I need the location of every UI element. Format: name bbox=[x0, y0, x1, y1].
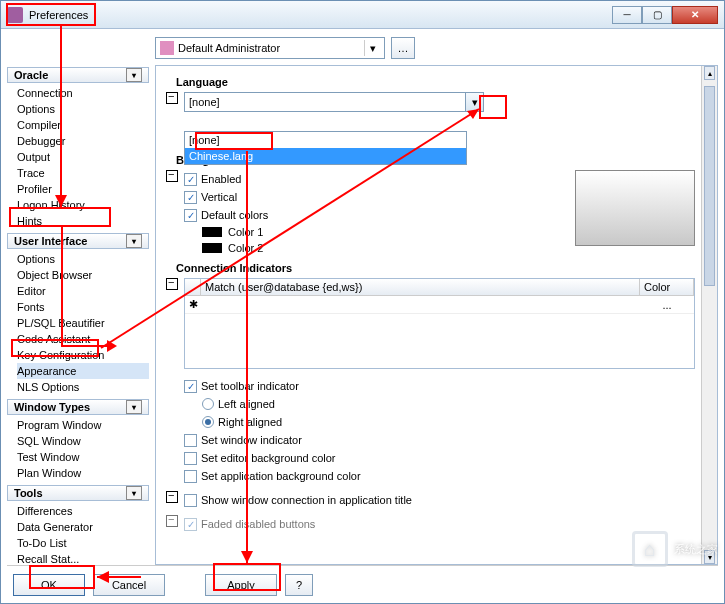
sidebar-header-ui[interactable]: User Interface ▾ bbox=[7, 233, 149, 249]
sidebar: Oracle ▾ Connection Options Compiler Deb… bbox=[7, 65, 149, 565]
language-selected: [none] bbox=[185, 96, 465, 108]
preferences-window: Preferences ─ ▢ ✕ Default Administrator … bbox=[0, 0, 725, 604]
gradient-preview bbox=[575, 170, 695, 246]
chevron-down-icon[interactable]: ▾ bbox=[465, 93, 483, 111]
sidebar-item-recall[interactable]: Recall Stat... bbox=[17, 551, 149, 565]
sidebar-item-connection[interactable]: Connection bbox=[17, 85, 149, 101]
connection-table[interactable]: Match (user@database {ed,ws}) Color ✱ ..… bbox=[184, 278, 695, 369]
sidebar-item-trace[interactable]: Trace bbox=[17, 165, 149, 181]
section-connind-header: Connection Indicators bbox=[176, 262, 695, 274]
column-match: Match (user@database {ed,ws}) bbox=[201, 279, 640, 295]
window-indicator-checkbox[interactable] bbox=[184, 434, 197, 447]
window-title: Preferences bbox=[29, 9, 612, 21]
admin-ellipsis-button[interactable]: … bbox=[391, 37, 415, 59]
sidebar-item-debugger[interactable]: Debugger bbox=[17, 133, 149, 149]
enabled-checkbox[interactable] bbox=[184, 173, 197, 186]
sidebar-item-ui-options[interactable]: Options bbox=[17, 251, 149, 267]
sidebar-item-data-generator[interactable]: Data Generator bbox=[17, 519, 149, 535]
close-button[interactable]: ✕ bbox=[672, 6, 718, 24]
chevron-down-icon[interactable]: ▾ bbox=[126, 68, 142, 82]
admin-selector[interactable]: Default Administrator ▾ bbox=[155, 37, 385, 59]
sidebar-item-profiler[interactable]: Profiler bbox=[17, 181, 149, 197]
section-language-header: Language bbox=[176, 76, 695, 88]
language-option-none[interactable]: [none] bbox=[185, 132, 466, 148]
color-cell-ellipsis[interactable]: ... bbox=[640, 299, 694, 311]
toolbar-indicator-checkbox[interactable] bbox=[184, 380, 197, 393]
left-aligned-radio[interactable] bbox=[202, 398, 214, 410]
app-bgcolor-checkbox[interactable] bbox=[184, 470, 197, 483]
sidebar-item-appearance[interactable]: Appearance bbox=[17, 363, 149, 379]
sidebar-item-code-assistant[interactable]: Code Assistant bbox=[17, 331, 149, 347]
vertical-checkbox[interactable] bbox=[184, 191, 197, 204]
editor-bgcolor-checkbox[interactable] bbox=[184, 452, 197, 465]
sidebar-item-options[interactable]: Options bbox=[17, 101, 149, 117]
sidebar-item-plsql-beautifier[interactable]: PL/SQL Beautifier bbox=[17, 315, 149, 331]
show-conn-title-checkbox[interactable] bbox=[184, 494, 197, 507]
sidebar-item-logon-history[interactable]: Logon History bbox=[17, 197, 149, 213]
new-row-marker: ✱ bbox=[185, 298, 201, 311]
sidebar-item-differences[interactable]: Differences bbox=[17, 503, 149, 519]
language-dropdown-list[interactable]: [none] Chinese.lang bbox=[184, 131, 467, 165]
sidebar-item-todo-list[interactable]: To-Do List bbox=[17, 535, 149, 551]
titlebar[interactable]: Preferences ─ ▢ ✕ bbox=[1, 1, 724, 29]
sidebar-header-tools[interactable]: Tools ▾ bbox=[7, 485, 149, 501]
sidebar-item-nls-options[interactable]: NLS Options bbox=[17, 379, 149, 395]
faded-buttons-checkbox[interactable] bbox=[184, 518, 197, 531]
sidebar-item-plan-window[interactable]: Plan Window bbox=[17, 465, 149, 481]
scroll-thumb[interactable] bbox=[704, 86, 715, 286]
admin-icon bbox=[160, 41, 174, 55]
maximize-button[interactable]: ▢ bbox=[642, 6, 672, 24]
sidebar-item-editor[interactable]: Editor bbox=[17, 283, 149, 299]
color2-swatch[interactable] bbox=[202, 243, 222, 253]
sidebar-item-hints[interactable]: Hints bbox=[17, 213, 149, 229]
scroll-up-icon[interactable]: ▴ bbox=[704, 66, 715, 80]
chevron-down-icon[interactable]: ▾ bbox=[364, 40, 380, 56]
sidebar-item-compiler[interactable]: Compiler bbox=[17, 117, 149, 133]
app-icon bbox=[7, 7, 23, 23]
language-select[interactable]: [none] ▾ bbox=[184, 92, 484, 112]
column-color: Color bbox=[640, 279, 694, 295]
cancel-button[interactable]: Cancel bbox=[93, 574, 165, 596]
sidebar-item-sql-window[interactable]: SQL Window bbox=[17, 433, 149, 449]
sidebar-header-oracle[interactable]: Oracle ▾ bbox=[7, 67, 149, 83]
sidebar-item-object-browser[interactable]: Object Browser bbox=[17, 267, 149, 283]
sidebar-item-test-window[interactable]: Test Window bbox=[17, 449, 149, 465]
language-option-chinese[interactable]: Chinese.lang bbox=[185, 148, 466, 164]
sidebar-item-fonts[interactable]: Fonts bbox=[17, 299, 149, 315]
sidebar-item-program-window[interactable]: Program Window bbox=[17, 417, 149, 433]
sidebar-header-window-types[interactable]: Window Types ▾ bbox=[7, 399, 149, 415]
color1-swatch[interactable] bbox=[202, 227, 222, 237]
sidebar-item-output[interactable]: Output bbox=[17, 149, 149, 165]
minimize-button[interactable]: ─ bbox=[612, 6, 642, 24]
right-aligned-radio[interactable] bbox=[202, 416, 214, 428]
admin-label: Default Administrator bbox=[178, 42, 280, 54]
default-colors-checkbox[interactable] bbox=[184, 209, 197, 222]
ok-button[interactable]: OK bbox=[13, 574, 85, 596]
button-bar: OK Cancel Apply ? bbox=[7, 565, 718, 597]
settings-pane: Language [none] ▾ [none] Chinese.lang Ba… bbox=[155, 65, 718, 565]
sidebar-item-key-configuration[interactable]: Key Configuration bbox=[17, 347, 149, 363]
scroll-down-icon[interactable]: ▾ bbox=[704, 550, 715, 564]
chevron-down-icon[interactable]: ▾ bbox=[126, 486, 142, 500]
help-button[interactable]: ? bbox=[285, 574, 313, 596]
apply-button[interactable]: Apply bbox=[205, 574, 277, 596]
chevron-down-icon[interactable]: ▾ bbox=[126, 234, 142, 248]
vertical-scrollbar[interactable]: ▴ ▾ bbox=[701, 66, 717, 564]
chevron-down-icon[interactable]: ▾ bbox=[126, 400, 142, 414]
